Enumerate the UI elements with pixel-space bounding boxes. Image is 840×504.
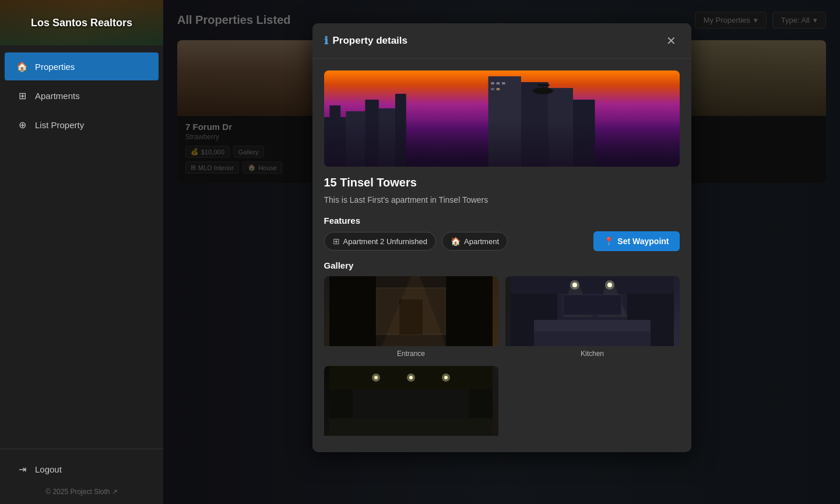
logout-icon: ⇥ xyxy=(16,463,28,475)
svg-rect-32 xyxy=(534,332,651,346)
property-detail-title: 15 Tinsel Towers xyxy=(324,176,680,189)
sidebar-logo: Los Santos Realtors xyxy=(0,0,163,45)
property-detail-desc: This is Last First's apartment in Tinsel… xyxy=(324,194,680,206)
footer-copyright: © 2025 Project Sloth ↗ xyxy=(5,483,159,498)
feature-badge-apartment2: ⊞ Apartment 2 Unfurnished xyxy=(324,232,437,251)
svg-rect-23 xyxy=(329,276,376,346)
svg-point-43 xyxy=(372,373,380,382)
gallery-img-third xyxy=(324,366,498,436)
gallery-item-kitchen[interactable]: Kitchen xyxy=(505,276,680,359)
modal-title: ℹ Property details xyxy=(324,34,408,47)
sidebar-footer: ⇥ Logout © 2025 Project Sloth ↗ xyxy=(0,449,163,504)
gallery-img-entrance xyxy=(324,276,498,346)
info-icon: ℹ xyxy=(324,34,328,47)
gallery-img-kitchen xyxy=(505,276,680,346)
modal-overlay: ℹ Property details ✕ xyxy=(163,0,840,504)
sidebar-item-properties[interactable]: 🏠 Properties xyxy=(5,52,159,80)
sidebar-item-properties-label: Properties xyxy=(35,62,75,72)
modal-body: 15 Tinsel Towers This is Last First's ap… xyxy=(312,59,691,452)
modal-close-button[interactable]: ✕ xyxy=(663,33,680,49)
svg-point-19 xyxy=(537,84,550,86)
features-label: Features xyxy=(324,216,680,225)
modal-header: ℹ Property details ✕ xyxy=(312,23,691,59)
gallery-grid: Entrance xyxy=(324,276,680,440)
gallery-item-third[interactable] xyxy=(324,366,498,440)
svg-rect-51 xyxy=(353,389,469,418)
sidebar: Los Santos Realtors 🏠 Properties ⊞ Apart… xyxy=(0,0,163,504)
modal-hero-image xyxy=(324,71,680,167)
external-link-icon: ↗ xyxy=(112,488,118,496)
logout-label: Logout xyxy=(35,464,62,474)
sidebar-item-list-property[interactable]: ⊕ List Property xyxy=(5,111,159,139)
svg-rect-12 xyxy=(502,82,505,84)
svg-rect-11 xyxy=(496,82,500,84)
add-icon: ⊕ xyxy=(16,119,28,131)
svg-rect-31 xyxy=(534,320,651,332)
gallery-item-entrance[interactable]: Entrance xyxy=(324,276,498,359)
svg-rect-49 xyxy=(329,389,353,418)
svg-rect-39 xyxy=(563,295,621,315)
feature-badge-apartment: 🏠 Apartment xyxy=(442,232,508,251)
svg-rect-24 xyxy=(446,276,493,346)
svg-rect-14 xyxy=(496,88,500,90)
apartment2-icon: ⊞ xyxy=(333,237,340,246)
home-icon: 🏠 xyxy=(16,61,28,72)
svg-rect-13 xyxy=(491,88,494,90)
gallery-caption-kitchen: Kitchen xyxy=(505,346,680,359)
sidebar-nav: 🏠 Properties ⊞ Apartments ⊕ List Propert… xyxy=(0,45,163,449)
svg-point-45 xyxy=(407,373,415,382)
set-waypoint-button[interactable]: 📍 Set Waypoint xyxy=(593,231,679,251)
logout-button[interactable]: ⇥ Logout xyxy=(5,455,159,483)
gallery-caption-third xyxy=(324,436,498,440)
svg-rect-10 xyxy=(491,82,494,84)
sidebar-logo-text: Los Santos Realtors xyxy=(31,17,132,29)
waypoint-icon: 📍 xyxy=(604,237,614,246)
sidebar-item-apartments-label: Apartments xyxy=(35,91,80,101)
svg-rect-27 xyxy=(511,276,674,294)
svg-point-47 xyxy=(442,373,450,382)
apartment-icon: 🏠 xyxy=(451,237,461,246)
gallery-caption-entrance: Entrance xyxy=(324,346,498,359)
svg-rect-50 xyxy=(469,389,493,418)
main-content-area: All Properties Listed My Properties ▾ Ty… xyxy=(163,0,840,504)
gallery-label: Gallery xyxy=(324,260,680,270)
features-row: ⊞ Apartment 2 Unfurnished 🏠 Apartment 📍 … xyxy=(324,231,680,251)
sidebar-item-apartments[interactable]: ⊞ Apartments xyxy=(5,82,159,110)
apartments-icon: ⊞ xyxy=(16,90,28,101)
sidebar-item-list-property-label: List Property xyxy=(35,120,84,130)
property-details-modal: ℹ Property details ✕ xyxy=(312,23,691,452)
svg-rect-48 xyxy=(329,418,493,436)
